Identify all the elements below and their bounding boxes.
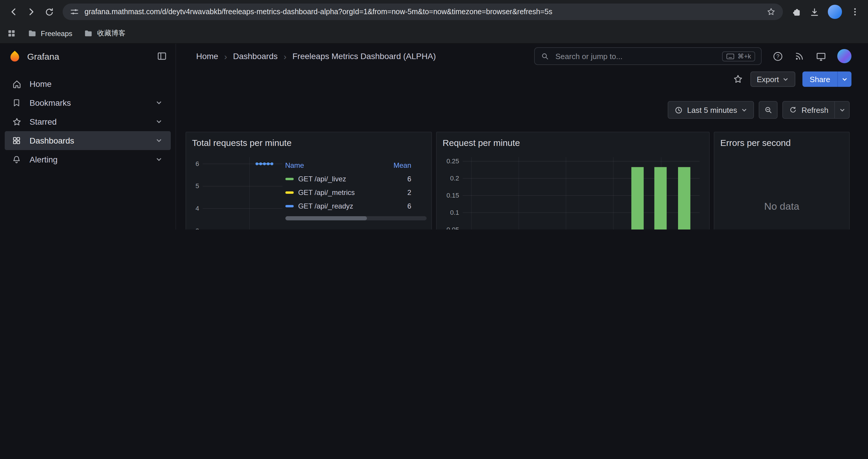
refresh-button[interactable]: Refresh [783,101,835,119]
sidebar-item-label: Alerting [30,155,58,164]
panel-errors-per-second: Errors per second No data [714,132,850,230]
browser-window: grafana.mathmast.com/d/deytv4rwavabkb/fr… [0,0,868,230]
legend-row[interactable]: GET /api/_readyz6 [285,199,427,213]
bookmark-list: Freeleaps收藏博客 [28,28,126,38]
panel-title[interactable]: Request per minute [437,132,709,148]
reload-button[interactable] [40,3,58,21]
bar-chart[interactable]: 00.050.10.150.20.2517:37:0017:38:0017:39… [441,153,704,230]
apps-grid-icon[interactable] [7,29,16,38]
browser-profile-avatar[interactable] [828,5,842,19]
panel-total-requests-per-minute: Total requests per minute 2345617:40 Nam… [186,132,432,230]
star-icon [11,116,23,128]
collapse-sidebar-icon[interactable] [157,51,167,61]
extensions-icon[interactable] [791,7,801,17]
svg-text:0.1: 0.1 [450,209,459,216]
series-color-swatch [285,205,293,207]
browser-menu-icon[interactable] [850,7,860,17]
profile-avatar[interactable] [837,49,851,63]
series-color-swatch [285,177,293,180]
grafana-app: Grafana HomeBookmarksStarredDashboardsAl… [0,44,868,230]
svg-text:3: 3 [195,227,199,230]
search-field[interactable] [554,51,717,61]
legend-column-header[interactable]: Name [285,161,304,169]
search-input[interactable]: ⌘+k [534,47,762,65]
bookmark-label: 收藏博客 [97,28,126,38]
legend-table: NameMeanGET /api/_livez6GET /api/_metric… [285,158,427,220]
bookmark-star-icon[interactable] [766,7,776,17]
bookmark-item[interactable]: 收藏博客 [84,28,126,38]
chevron-down-icon[interactable] [155,137,162,144]
news-icon[interactable] [794,51,805,61]
series-name: GET /api/_readyz [298,202,353,210]
breadcrumb-separator: › [224,51,227,61]
share-button[interactable]: Share [803,71,837,87]
legend-column-header[interactable]: Mean [379,161,411,169]
refresh-split-button: Refresh [783,101,850,119]
sidebar-item-dashboards[interactable]: Dashboards [5,131,171,150]
sidebar-item-alerting[interactable]: Alerting [5,150,171,169]
browser-toolbar: grafana.mathmast.com/d/deytv4rwavabkb/fr… [0,0,868,24]
refresh-interval-button[interactable] [834,101,850,119]
sidebar-item-label: Starred [30,117,57,126]
breadcrumb-item[interactable]: Home [196,52,218,61]
app-header: Home›Dashboards›Freeleaps Metrics Dashbo… [176,44,868,68]
svg-text:5: 5 [195,182,199,190]
favorite-star-icon[interactable] [733,74,743,85]
downloads-icon[interactable] [809,7,819,17]
legend-header: NameMean [285,158,427,172]
zoom-out-button[interactable] [759,101,778,119]
url-text: grafana.mathmast.com/d/deytv4rwavabkb/fr… [85,8,762,16]
legend-value: 6 [379,202,411,210]
chevron-down-icon[interactable] [155,156,162,163]
zoom-out-icon [764,105,773,114]
breadcrumb-item: Freeleaps Metrics Dashboard (ALPHA) [292,52,436,61]
help-icon[interactable]: ? [772,51,783,62]
sidebar-item-label: Bookmarks [30,98,71,107]
breadcrumb-separator: › [284,51,286,61]
grafana-logo[interactable] [8,50,21,63]
bookmarks-bar: Freeleaps收藏博客 [0,24,868,43]
bell-icon [11,154,23,165]
url-bar[interactable]: grafana.mathmast.com/d/deytv4rwavabkb/fr… [63,4,783,20]
bookmark-item[interactable]: Freeleaps [28,28,72,38]
site-info-icon[interactable] [70,7,79,17]
sidebar-nav: HomeBookmarksStarredDashboardsAlerting [0,74,176,169]
chevron-down-icon[interactable] [155,99,162,106]
share-split-button: Share [803,71,851,87]
browser-chrome: grafana.mathmast.com/d/deytv4rwavabkb/fr… [0,0,868,44]
search-icon [541,52,550,61]
kiosk-mode-icon[interactable] [815,51,827,62]
timeseries-chart[interactable]: 2345617:40 [191,153,285,230]
sidebar: Grafana HomeBookmarksStarredDashboardsAl… [0,44,176,230]
svg-text:0.25: 0.25 [446,157,459,165]
export-button[interactable]: Export [750,71,795,87]
sidebar-item-starred[interactable]: Starred [5,112,171,131]
series-color-swatch [285,191,293,193]
time-controls: Last 5 minutes Refresh [668,101,850,119]
legend-value: 6 [379,174,411,183]
chevron-down-icon[interactable] [155,118,162,125]
share-menu-button[interactable] [837,71,851,87]
main-area: Home›Dashboards›Freeleaps Metrics Dashbo… [176,44,868,230]
no-data-message: No data [714,132,849,230]
folder-icon [28,29,37,38]
series-name: GET /api/_livez [298,174,346,183]
panel-title[interactable]: Total requests per minute [186,132,431,148]
dashboard-toolbar: Export Share [176,68,868,90]
breadcrumb-item[interactable]: Dashboards [233,52,278,61]
forward-button[interactable] [23,3,40,21]
sidebar-item-home[interactable]: Home [5,74,171,93]
sidebar-item-bookmarks[interactable]: Bookmarks [5,93,171,112]
grafana-brand: Grafana [27,51,151,61]
sidebar-item-label: Dashboards [30,136,74,145]
time-range-picker[interactable]: Last 5 minutes [668,101,754,119]
svg-text:?: ? [776,53,779,59]
clock-icon [674,105,683,114]
legend-scrollbar[interactable] [285,216,427,220]
legend-row[interactable]: GET /api/_livez6 [285,172,427,186]
scrollbar-thumb[interactable] [285,216,367,220]
legend-row[interactable]: GET /api/_metrics2 [285,186,427,199]
back-button[interactable] [5,3,23,21]
chevron-down-icon [839,107,845,113]
dashboards-icon [11,135,23,146]
